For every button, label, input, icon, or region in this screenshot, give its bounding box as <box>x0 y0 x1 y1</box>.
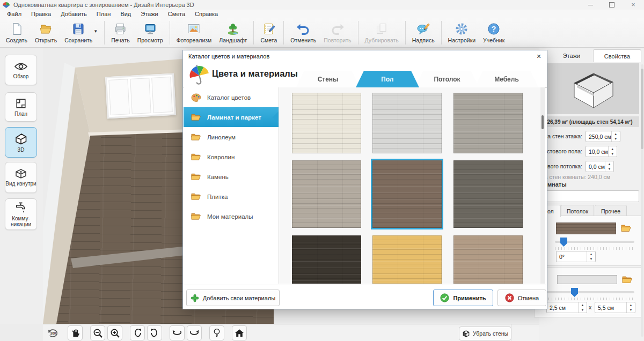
remove-walls-button[interactable]: Убрать стены <box>459 327 511 340</box>
spinner-arrows[interactable]: ▲▼ <box>578 302 587 313</box>
rotate-up-button[interactable] <box>130 325 145 340</box>
floor-rotation-slider[interactable] <box>555 238 634 248</box>
tab-ceiling[interactable]: Потолок <box>415 71 479 87</box>
duplicate-button[interactable]: Дублировать <box>361 19 402 46</box>
orbit-right-button[interactable] <box>187 325 202 340</box>
menu-estimate[interactable]: Смета <box>163 11 190 17</box>
pan-tool-button[interactable] <box>68 325 83 340</box>
menu-plan[interactable]: План <box>92 11 116 17</box>
undo-button[interactable]: Отменить <box>287 19 320 46</box>
category-tile[interactable]: Плитка <box>184 187 279 206</box>
menu-floors[interactable]: Этажи <box>136 11 163 17</box>
sidebar-item-interior-view[interactable]: Вид изнутри <box>5 162 37 193</box>
rotate-down-icon <box>150 328 159 338</box>
home-view-button[interactable] <box>232 325 247 340</box>
settings-button[interactable]: Настройки <box>444 19 480 46</box>
material-swatch[interactable] <box>292 160 361 228</box>
light-button[interactable] <box>209 325 224 340</box>
folder-icon <box>191 192 201 201</box>
sidebar-item-3d[interactable]: 3D <box>5 127 37 158</box>
category-stone[interactable]: Камень <box>184 167 279 187</box>
dialog-close-button[interactable]: × <box>534 51 544 61</box>
tab-walls[interactable]: Стены <box>296 71 360 87</box>
field-ceiling-height: Высота чистового потолка: 0,0 см ▲▼ <box>539 161 644 172</box>
toolbar-separator <box>104 21 105 45</box>
save-button[interactable]: Сохранить ▼ <box>61 19 101 46</box>
zoom-out-button[interactable] <box>90 325 105 340</box>
material-swatch-selected[interactable] <box>372 160 442 228</box>
save-icon <box>71 22 85 36</box>
pattern-height-input[interactable]: 5,5 см ▲▼ <box>595 302 635 313</box>
ceiling-height-input[interactable]: 0,0 см ▲▼ <box>586 161 614 172</box>
panel-scrollbar[interactable] <box>641 64 643 337</box>
material-swatch[interactable] <box>453 93 523 153</box>
menu-add[interactable]: Добавить <box>56 11 92 17</box>
floor-texture-preview[interactable] <box>556 223 616 234</box>
sidebar-item-plan[interactable]: План <box>5 92 37 122</box>
rotate-360-button[interactable]: 360 <box>46 326 60 340</box>
dialog-titlebar[interactable]: Каталог цветов и материалов × <box>183 50 547 62</box>
material-swatch[interactable] <box>453 235 523 284</box>
text-label-button[interactable]: Надпись <box>408 19 438 46</box>
category-laminate-parquet[interactable]: Ламинат и паркет <box>184 107 279 127</box>
floor-angle-input[interactable]: 0° ▲▼ <box>556 251 596 262</box>
landscape-icon <box>226 22 240 36</box>
spinner-arrows[interactable]: ▲▼ <box>587 251 595 262</box>
redo-button[interactable]: Повторить <box>320 19 355 46</box>
estimate-button[interactable]: Смета <box>257 19 281 46</box>
material-swatch[interactable] <box>372 93 442 153</box>
menu-edit[interactable]: Правка <box>26 11 56 17</box>
wall-height-input[interactable]: 250,0 см ▲▼ <box>586 131 620 142</box>
spinner-arrows[interactable]: ▲▼ <box>611 131 620 142</box>
maximize-button[interactable] <box>601 0 623 10</box>
browse-floor-texture-button[interactable] <box>619 222 633 234</box>
menu-file[interactable]: Файл <box>2 11 26 17</box>
browse-pattern-texture-button[interactable] <box>620 273 634 285</box>
add-materials-button[interactable]: Добавить свои материалы <box>186 290 280 306</box>
open-button[interactable]: Открыть <box>31 19 61 46</box>
preview-button[interactable]: Просмотр <box>134 19 167 46</box>
pattern-texture-preview[interactable] <box>557 275 617 284</box>
swatch-scrollbar[interactable] <box>540 87 545 284</box>
subfloor-height-input[interactable]: 10,0 см ▲▼ <box>586 146 617 157</box>
material-swatch[interactable] <box>292 93 361 153</box>
spinner-arrows[interactable]: ▲▼ <box>626 302 635 313</box>
cancel-button[interactable]: Отмена <box>497 290 546 306</box>
zoom-in-button[interactable] <box>107 325 122 340</box>
save-dropdown-arrow[interactable]: ▼ <box>93 29 98 34</box>
tutorial-button[interactable]: ? Учебник <box>479 19 508 46</box>
category-linoleum[interactable]: Линолеум <box>184 127 279 147</box>
sidebar-item-overview[interactable]: Обзор <box>5 55 37 85</box>
pattern-scale-slider[interactable] <box>545 288 634 299</box>
spinner-arrows[interactable]: ▲▼ <box>608 146 617 157</box>
landscape-button[interactable]: Ландшафт <box>215 19 251 46</box>
menu-help[interactable]: Справка <box>190 11 223 17</box>
dialog-header: Цвета и материалы Стены Пол Потолок Мебе… <box>183 62 547 88</box>
pattern-width-input[interactable]: 2,5 см ▲▼ <box>546 302 587 313</box>
plan-icon <box>15 98 27 109</box>
tab-properties[interactable]: Свойства <box>593 49 641 62</box>
material-swatch[interactable] <box>292 235 361 284</box>
spinner-arrows[interactable]: ▲▼ <box>605 161 613 172</box>
rotate-down-button[interactable] <box>147 325 162 340</box>
tab-floor[interactable]: Пол <box>356 71 419 87</box>
field-wall-height: Высота стен этажа: 250,0 см ▲▼ <box>539 131 644 142</box>
menu-view[interactable]: Вид <box>115 11 136 17</box>
apply-button[interactable]: Применить <box>433 290 493 306</box>
category-my-materials[interactable]: Мои материалы <box>184 206 279 226</box>
minimize-button[interactable] <box>580 0 601 10</box>
material-swatch[interactable] <box>372 235 442 284</box>
sidebar-item-communications[interactable]: Комму-никации <box>5 198 37 230</box>
close-button[interactable]: × <box>623 0 644 10</box>
category-carpet[interactable]: Ковролин <box>184 147 279 167</box>
tab-furniture[interactable]: Мебель <box>475 71 538 87</box>
category-color-catalog[interactable]: Каталог цветов <box>184 87 279 107</box>
undo-icon <box>296 22 310 36</box>
tab-floors[interactable]: Этажи <box>550 49 593 62</box>
orbit-left-button[interactable] <box>170 325 185 340</box>
print-button[interactable]: Печать <box>107 19 133 46</box>
svg-text:?: ? <box>492 25 496 33</box>
new-button[interactable]: Создать <box>2 19 31 46</box>
material-swatch[interactable] <box>453 160 523 228</box>
photorealism-button[interactable]: Фотореализм <box>173 19 216 46</box>
